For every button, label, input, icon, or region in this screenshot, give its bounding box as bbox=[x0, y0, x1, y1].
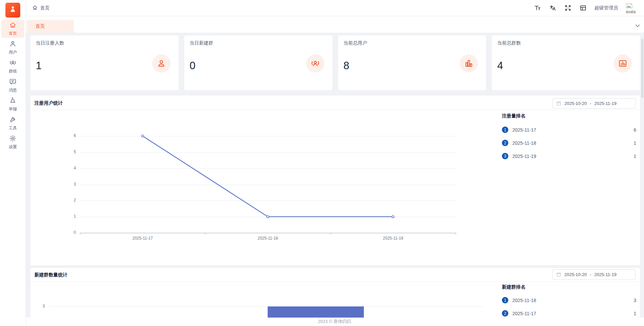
sidebar-item-settings[interactable]: 设置 bbox=[1, 133, 24, 151]
rank-value: 6 bbox=[634, 127, 637, 133]
sidebar-item-home[interactable]: 首页 bbox=[1, 20, 24, 38]
ytick: 5 bbox=[64, 150, 76, 154]
stat-value: 1 bbox=[36, 60, 42, 72]
ytick: 3 bbox=[64, 182, 76, 187]
tab-home[interactable]: 首页 bbox=[27, 20, 74, 33]
board-chart-icon bbox=[614, 54, 632, 73]
rank-badge: 2 bbox=[502, 310, 508, 317]
rank-date: 2025-11-17 bbox=[512, 311, 536, 316]
stat-value: 8 bbox=[344, 60, 349, 72]
axistick bbox=[330, 233, 331, 235]
gridline bbox=[80, 200, 456, 201]
rank-badge: 1 bbox=[502, 127, 508, 133]
stat-title: 当前总群数 bbox=[497, 40, 635, 46]
message-icon bbox=[9, 78, 17, 86]
rank-row: 2 2025-11-18 1 bbox=[502, 136, 637, 150]
tools-icon bbox=[9, 116, 17, 124]
stat-card-new-groups-today: 当日新建群 0 bbox=[184, 35, 332, 90]
report-icon bbox=[9, 97, 17, 105]
sidebar-item-label: 用户 bbox=[9, 50, 17, 55]
xtick: 2025-11-19 bbox=[370, 236, 417, 241]
sidebar-item-label: 群组 bbox=[9, 69, 17, 74]
group-icon bbox=[306, 54, 324, 73]
gridline bbox=[80, 152, 456, 153]
user-icon bbox=[9, 40, 17, 49]
layout-icon[interactable] bbox=[579, 4, 587, 12]
rank-badge: 3 bbox=[502, 153, 508, 159]
axistick bbox=[205, 233, 206, 235]
tabbar: 首页 bbox=[26, 16, 644, 33]
ranking-title: 新建群排名 bbox=[502, 284, 637, 290]
stat-cards-row: 当日注册人数 1 当日新建群 0 当前总用户 8 当前总群数 4 bbox=[30, 35, 640, 90]
rank-date: 2025-11-18 bbox=[512, 298, 536, 303]
registration-ranking: 注册量排名 1 2025-11-17 6 2 2025-11-18 1 3 20… bbox=[502, 113, 637, 163]
stat-title: 当日注册人数 bbox=[36, 40, 173, 46]
stat-card-registered-today: 当日注册人数 1 bbox=[30, 35, 179, 90]
sidebar-item-messages[interactable]: 消息 bbox=[1, 76, 24, 94]
gridline bbox=[80, 217, 456, 217]
rank-row: 1 2025-11-17 6 bbox=[502, 123, 637, 136]
stat-value: 4 bbox=[497, 60, 503, 72]
sidebar-item-label: 举报 bbox=[9, 106, 17, 112]
stat-card-total-groups: 当前总群数 4 bbox=[492, 35, 640, 90]
rank-value: 1 bbox=[634, 154, 637, 159]
sidebar-item-reports[interactable]: 举报 bbox=[1, 95, 24, 113]
sidebar-item-users[interactable]: 用户 bbox=[1, 38, 24, 57]
sidebar-item-label: 首页 bbox=[9, 31, 17, 36]
topbar-actions: 超级管理员 avata bbox=[534, 3, 644, 13]
rank-date: 2025-11-19 bbox=[512, 154, 536, 159]
monk-logo-icon bbox=[8, 5, 17, 15]
avatar-alt-text: avata bbox=[626, 10, 636, 13]
username[interactable]: 超级管理员 bbox=[594, 5, 618, 11]
font-size-icon[interactable] bbox=[534, 4, 541, 12]
person-icon bbox=[152, 54, 170, 73]
sidebar-item-tools[interactable]: 工具 bbox=[1, 114, 24, 132]
stat-card-total-users: 当前总用户 8 bbox=[338, 35, 486, 90]
rank-row: 1 2025-11-18 3 bbox=[502, 294, 637, 307]
axisline bbox=[80, 233, 456, 233]
ytick: 0 bbox=[64, 230, 76, 235]
ytick: 2 bbox=[64, 198, 76, 202]
bar-chart-icon bbox=[460, 54, 478, 73]
gridline bbox=[80, 185, 456, 185]
footer: 2023 © 唐僧叨叨. bbox=[26, 318, 644, 326]
chevron-down-icon[interactable] bbox=[635, 23, 641, 29]
ytick: 6 bbox=[64, 133, 76, 138]
rank-row: 3 2025-11-19 1 bbox=[502, 150, 637, 163]
app-logo[interactable] bbox=[5, 3, 20, 18]
broken-image-icon bbox=[626, 3, 633, 10]
home-icon bbox=[32, 5, 38, 11]
breadcrumb-label: 首页 bbox=[40, 5, 50, 11]
sidebar-item-label: 消息 bbox=[9, 87, 17, 93]
rank-date: 2025-11-17 bbox=[512, 127, 536, 133]
new-group-ranking: 新建群排名 1 2025-11-18 3 2 2025-11-17 1 bbox=[502, 284, 637, 320]
rank-badge: 2 bbox=[502, 140, 508, 146]
fullscreen-icon[interactable] bbox=[564, 4, 571, 12]
translate-icon[interactable] bbox=[549, 4, 556, 12]
axistick bbox=[80, 233, 80, 235]
rank-badge: 1 bbox=[502, 297, 508, 303]
stat-title: 当日新建群 bbox=[190, 40, 327, 46]
gridline bbox=[48, 306, 483, 307]
sidebar-item-label: 设置 bbox=[9, 144, 17, 150]
avatar[interactable]: avata bbox=[626, 3, 639, 13]
footer-text: 2023 © 唐僧叨叨. bbox=[318, 319, 352, 325]
ytick: 4 bbox=[64, 166, 76, 170]
vertical-scrollbar[interactable] bbox=[641, 39, 643, 98]
axistick bbox=[456, 233, 456, 235]
home-icon bbox=[9, 21, 17, 30]
topbar: 首页 超级管理员 avata bbox=[26, 0, 644, 16]
rank-value: 1 bbox=[634, 311, 637, 316]
sidebar-item-groups[interactable]: 群组 bbox=[1, 57, 24, 76]
xtick: 2025-11-18 bbox=[244, 236, 292, 241]
breadcrumb[interactable]: 首页 bbox=[32, 5, 50, 11]
rank-value: 3 bbox=[634, 298, 637, 303]
settings-icon bbox=[9, 135, 17, 143]
registered-users-panel: 注册用户统计 2025-10-20 - 2025-11-19 012345620… bbox=[30, 96, 640, 265]
ytick: 3 bbox=[32, 304, 45, 308]
sidebar-item-label: 工具 bbox=[9, 125, 17, 131]
stat-value: 0 bbox=[190, 60, 195, 72]
rank-date: 2025-11-18 bbox=[512, 140, 536, 146]
group-icon bbox=[9, 59, 17, 67]
rank-value: 1 bbox=[634, 140, 637, 146]
